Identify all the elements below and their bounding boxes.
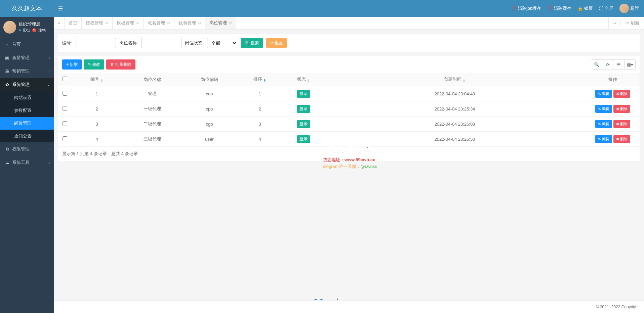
close-icon[interactable]: ⊗ — [229, 20, 232, 25]
refresh-button[interactable]: ⟳刷新 — [620, 20, 644, 26]
close-icon: ✖ — [616, 122, 619, 126]
reset-button[interactable]: ⟳重置 — [266, 38, 287, 48]
col-sort[interactable]: 排序 — [253, 77, 262, 82]
user-id: ID:1 — [23, 27, 30, 33]
help-icon: ❓ — [547, 6, 553, 11]
submenu-notice[interactable]: 通知公告 — [0, 130, 54, 142]
user-menu[interactable]: 超管 — [619, 4, 639, 13]
select-all-checkbox[interactable] — [63, 77, 67, 81]
lock-link[interactable]: 🔒锁屏 — [577, 5, 593, 11]
sidebar-toggle[interactable]: ☰ — [54, 5, 67, 12]
cell-name: 管理 — [122, 86, 183, 101]
close-icon: ✖ — [616, 137, 619, 141]
status-dot-icon — [19, 29, 21, 31]
table-columns-button[interactable]: ☰ — [613, 59, 625, 70]
tab-domain[interactable]: 域名管理⊗ — [144, 17, 174, 29]
cell-name: 二级代理 — [122, 117, 183, 132]
search-button[interactable]: 🔍搜索 — [241, 38, 263, 48]
sort-icon: ▲▼ — [100, 79, 103, 83]
tab-home[interactable]: 首页 — [65, 17, 82, 29]
row-checkbox[interactable] — [63, 121, 67, 126]
status-badge: 显示 — [297, 120, 310, 128]
batch-delete-button[interactable]: 🗑批量删除 — [106, 59, 135, 70]
table-grid-button[interactable]: ▦▾ — [624, 59, 636, 70]
add-button[interactable]: +新增 — [62, 59, 82, 70]
status-select[interactable]: 全部 — [207, 38, 237, 48]
fullscreen-link[interactable]: ⛶全屏 — [599, 5, 613, 11]
table-refresh-button[interactable]: ⟳ — [602, 59, 613, 70]
row-edit-button[interactable]: ✎编辑 — [595, 90, 612, 98]
menu-auth[interactable]: ⧉权限管理‹ — [0, 142, 54, 156]
sort-icon: ▲▼ — [307, 79, 310, 83]
tab-wallet[interactable]: 钱包管理⊗ — [174, 17, 205, 29]
row-checkbox[interactable] — [63, 106, 67, 111]
row-edit-button[interactable]: ✎编辑 — [595, 105, 612, 113]
marketing-icon: 🏛 — [5, 69, 9, 74]
close-icon[interactable]: ⊗ — [198, 21, 201, 25]
edit-button[interactable]: ✎修改 — [84, 59, 104, 70]
col-action: 操作 — [586, 73, 640, 86]
cell-id: 4 — [72, 132, 122, 147]
clear-cache-link[interactable]: ❓清除缓存 — [547, 5, 571, 11]
close-icon[interactable]: ⊗ — [105, 21, 108, 25]
col-id[interactable]: 编号 — [90, 77, 99, 82]
menu-tools[interactable]: ☁系统工具‹ — [0, 156, 54, 169]
menu-fish[interactable]: ▣鱼苗管理‹ — [0, 51, 54, 64]
chevron-left-icon: ‹ — [49, 70, 50, 73]
menu-system[interactable]: ✿系统管理⌄ — [0, 78, 54, 91]
row-checkbox[interactable] — [63, 91, 67, 96]
fish-icon: ▣ — [5, 55, 9, 60]
data-table: 编号▲▼ 岗位名称 岗位编码 排序▲▼ 状态▲▼ 创建时间▲▼ 操作 1管理ce… — [58, 73, 640, 147]
row-delete-button[interactable]: ✖删除 — [613, 135, 630, 143]
row-checkbox[interactable] — [63, 136, 67, 141]
topbar-right: ❓清除job缓存 ❓清除缓存 🔒锁屏 ⛶全屏 超管 — [511, 4, 644, 13]
submenu-param[interactable]: 参数配置 — [0, 104, 54, 117]
tab-template[interactable]: 模板管理⊗ — [113, 17, 144, 29]
row-edit-button[interactable]: ✎编辑 — [595, 135, 612, 143]
edit-icon: ✎ — [598, 107, 601, 111]
edit-icon: ✎ — [598, 122, 601, 126]
submenu-site[interactable]: 网站设置 — [0, 91, 54, 104]
name-input[interactable] — [141, 38, 182, 48]
footer: © 2021~2022 Copyright — [54, 300, 644, 313]
trash-icon: 🗑 — [110, 62, 114, 67]
home-icon: ⌂ — [5, 42, 9, 47]
col-status[interactable]: 状态 — [297, 77, 306, 82]
clear-job-cache-link[interactable]: ❓清除job缓存 — [511, 5, 541, 11]
tabs-next[interactable]: ⇥ — [608, 17, 620, 29]
col-name[interactable]: 岗位名称 — [122, 73, 183, 86]
close-icon: ✖ — [616, 107, 619, 111]
cell-code: cgo — [183, 117, 236, 132]
table-row: 3二级代理cgo3显示2022-04-04 23:26:08✎编辑 ✖删除 — [58, 117, 640, 132]
col-code[interactable]: 岗位编码 — [183, 73, 236, 86]
logout-link[interactable]: 注销 — [38, 28, 46, 33]
tab-home-icon[interactable]: « — [54, 17, 65, 29]
table-row: 2一级代理cpo2显示2022-04-04 23:25:34✎编辑 ✖删除 — [58, 101, 640, 117]
table-search-button[interactable]: 🔍 — [591, 59, 602, 70]
menu-marketing[interactable]: 🏛营销管理‹ — [0, 64, 54, 78]
tab-post[interactable]: 岗位管理⊗ — [205, 17, 236, 29]
submenu-post[interactable]: 岗位管理 — [0, 117, 54, 130]
logout-icon: ↪ — [32, 28, 36, 32]
id-input[interactable] — [76, 38, 116, 48]
edit-icon: ✎ — [598, 137, 601, 141]
row-delete-button[interactable]: ✖删除 — [613, 105, 630, 113]
close-icon: ✖ — [616, 92, 619, 96]
col-created[interactable]: 创建时间 — [444, 77, 461, 82]
submenu-system: 网站设置 参数配置 岗位管理 通知公告 — [0, 91, 54, 142]
tab-auth[interactable]: 授权管理⊗ — [82, 17, 113, 29]
close-icon[interactable]: ⊗ — [136, 21, 139, 25]
search-icon: 🔍 — [245, 41, 250, 45]
row-delete-button[interactable]: ✖删除 — [613, 90, 630, 98]
tabbar: « 首页 授权管理⊗ 模板管理⊗ 域名管理⊗ 钱包管理⊗ 岗位管理⊗ ⇥ ⟳刷新 — [54, 17, 644, 30]
cell-sort: 1 — [236, 86, 283, 101]
row-edit-button[interactable]: ✎编辑 — [595, 120, 612, 128]
row-delete-button[interactable]: ✖删除 — [613, 120, 630, 128]
grid-icon: ▦▾ — [627, 62, 633, 67]
main-menu: ⌂首页 ▣鱼苗管理‹ 🏛营销管理‹ ✿系统管理⌄ 网站设置 参数配置 岗位管理 … — [0, 38, 54, 169]
cell-sort: 4 — [236, 132, 283, 147]
close-icon[interactable]: ⊗ — [167, 21, 170, 25]
menu-home[interactable]: ⌂首页 — [0, 38, 54, 51]
status-label: 岗位状态: — [185, 40, 204, 46]
brand-logo[interactable]: 久久超文本 — [0, 0, 54, 17]
